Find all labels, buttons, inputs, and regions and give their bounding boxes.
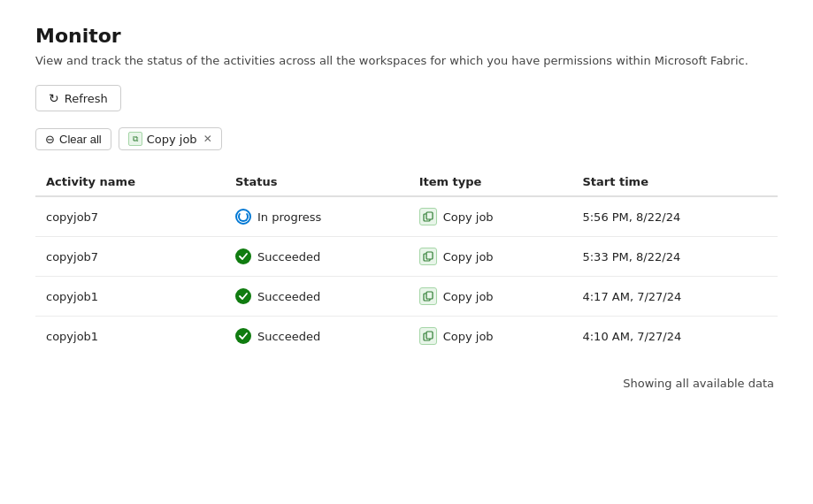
table-body: copyjob7In progressCopy job5:56 PM, 8/22… bbox=[35, 196, 778, 355]
status-text: In progress bbox=[257, 210, 321, 224]
item-type-text: Copy job bbox=[443, 290, 494, 303]
table-row: copyjob1SucceededCopy job4:17 AM, 7/27/2… bbox=[35, 277, 778, 317]
succeeded-icon bbox=[235, 248, 251, 264]
clear-label: Clear all bbox=[59, 133, 102, 146]
col-status: Status bbox=[225, 168, 409, 196]
item-type-cell: Copy job bbox=[409, 196, 572, 237]
copy-job-icon bbox=[419, 208, 437, 225]
status-cell: Succeeded bbox=[225, 237, 409, 277]
start-time-cell: 5:33 PM, 8/22/24 bbox=[571, 237, 778, 277]
activity-table-wrapper: Activity name Status Item type Start tim… bbox=[35, 168, 778, 355]
table-footer: Showing all available data bbox=[35, 377, 778, 390]
page-subtitle: View and track the status of the activit… bbox=[35, 54, 778, 67]
status-text: Succeeded bbox=[257, 330, 320, 343]
start-time-cell: 5:56 PM, 8/22/24 bbox=[571, 196, 778, 237]
filter-bar: ⊖ Clear all ⧉ Copy job ✕ bbox=[35, 127, 778, 150]
status-cell: Succeeded bbox=[225, 277, 409, 317]
clear-icon: ⊖ bbox=[45, 133, 55, 146]
item-type-text: Copy job bbox=[443, 330, 494, 343]
activity-name-cell: copyjob1 bbox=[35, 277, 225, 317]
toolbar: ↻ Refresh bbox=[35, 85, 778, 111]
refresh-button[interactable]: ↻ Refresh bbox=[35, 85, 121, 111]
copy-job-filter-chip[interactable]: ⧉ Copy job ✕ bbox=[119, 127, 222, 150]
copy-job-icon bbox=[419, 287, 437, 305]
item-type-text: Copy job bbox=[443, 210, 494, 224]
activity-name-cell: copyjob7 bbox=[35, 196, 225, 237]
col-start-time: Start time bbox=[571, 168, 778, 196]
item-type-cell: Copy job bbox=[409, 317, 572, 356]
succeeded-icon bbox=[235, 288, 251, 304]
start-time-cell: 4:17 AM, 7/27/24 bbox=[571, 277, 778, 317]
chip-close-button[interactable]: ✕ bbox=[203, 133, 212, 145]
refresh-icon: ↻ bbox=[49, 91, 59, 105]
activity-name-cell: copyjob1 bbox=[35, 317, 225, 356]
table-row: copyjob7SucceededCopy job5:33 PM, 8/22/2… bbox=[35, 237, 778, 277]
svg-rect-7 bbox=[426, 332, 433, 339]
status-cell: In progress bbox=[225, 196, 409, 237]
succeeded-icon bbox=[235, 328, 251, 344]
clear-all-button[interactable]: ⊖ Clear all bbox=[35, 128, 111, 150]
item-type-text: Copy job bbox=[443, 250, 494, 263]
copy-job-icon bbox=[419, 327, 437, 345]
monitor-page: Monitor View and track the status of the… bbox=[0, 0, 813, 504]
status-text: Succeeded bbox=[257, 250, 320, 263]
table-row: copyjob1SucceededCopy job4:10 AM, 7/27/2… bbox=[35, 317, 778, 356]
table-header: Activity name Status Item type Start tim… bbox=[35, 168, 778, 196]
chip-label: Copy job bbox=[147, 133, 197, 146]
inprogress-icon bbox=[235, 209, 251, 225]
svg-rect-3 bbox=[426, 252, 433, 259]
start-time-cell: 4:10 AM, 7/27/24 bbox=[571, 317, 778, 356]
refresh-label: Refresh bbox=[65, 92, 108, 105]
copy-job-icon bbox=[419, 248, 437, 265]
table-row: copyjob7In progressCopy job5:56 PM, 8/22… bbox=[35, 196, 778, 237]
activity-name-cell: copyjob7 bbox=[35, 237, 225, 277]
status-cell: Succeeded bbox=[225, 317, 409, 356]
item-type-cell: Copy job bbox=[409, 277, 572, 317]
col-item-type: Item type bbox=[409, 168, 572, 196]
status-text: Succeeded bbox=[257, 290, 320, 303]
svg-rect-5 bbox=[426, 292, 433, 299]
page-title: Monitor bbox=[35, 25, 778, 47]
chip-copy-job-icon: ⧉ bbox=[128, 132, 142, 146]
svg-rect-1 bbox=[426, 212, 433, 219]
item-type-cell: Copy job bbox=[409, 237, 572, 277]
col-activity-name: Activity name bbox=[35, 168, 225, 196]
activity-table: Activity name Status Item type Start tim… bbox=[35, 168, 778, 355]
